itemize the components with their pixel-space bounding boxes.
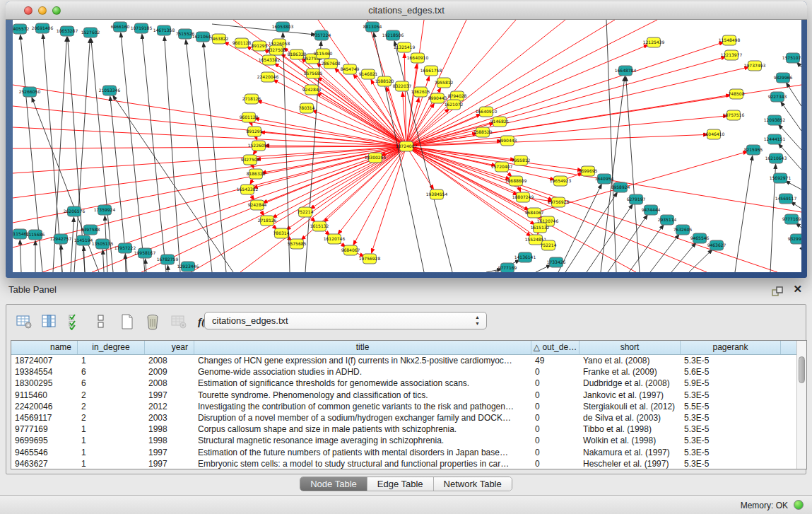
graph-node[interactable]: 7955812 — [512, 156, 531, 165]
graph-node[interactable]: 752214 — [541, 240, 557, 250]
graph-node[interactable]: 5575685 — [304, 69, 323, 78]
graph-node[interactable]: 11548498 — [719, 35, 741, 45]
graph-node[interactable]: 19756928 — [548, 197, 570, 207]
graph-node[interactable]: 12942757 — [50, 234, 72, 244]
graph-node[interactable]: 14569117 — [775, 194, 797, 204]
close-panel-icon[interactable]: ✕ — [793, 283, 802, 296]
graph-node[interactable]: 19654923 — [550, 176, 572, 186]
graph-node[interactable]: 7955812 — [435, 78, 454, 88]
graph-node[interactable]: 9329966 — [774, 73, 793, 83]
graph-node[interactable]: 12125439 — [643, 37, 665, 47]
table-select-dropdown[interactable]: citations_edges.txt ▲▼ — [204, 312, 487, 329]
graph-node[interactable]: 20691406 — [32, 23, 54, 33]
graph-node[interactable]: 1588520 — [375, 76, 394, 86]
tab-network-table[interactable]: Network Table — [434, 477, 512, 491]
graph-node[interactable]: 9777169 — [498, 263, 517, 272]
select-rows-icon[interactable] — [65, 310, 86, 332]
graph-node[interactable]: 12213977 — [721, 50, 743, 60]
vertical-scrollbar[interactable] — [796, 341, 806, 469]
new-table-icon[interactable] — [117, 310, 138, 332]
graph-node[interactable]: 2718126 — [242, 94, 261, 104]
graph-node[interactable]: 16648784 — [615, 66, 637, 76]
table-row[interactable]: 946554611997Estimation of the future num… — [11, 447, 796, 458]
graph-node[interactable]: 8322037 — [393, 81, 412, 91]
graph-node[interactable]: 16210643 — [765, 153, 787, 163]
graph-node[interactable]: 6279197 — [627, 194, 646, 204]
graph-node[interactable]: 19384554 — [426, 189, 448, 199]
graph-node[interactable]: 7632605 — [673, 225, 693, 235]
graph-node[interactable]: 891295 — [252, 41, 268, 51]
graph-node[interactable]: 7357224 — [312, 30, 331, 40]
table-row[interactable]: 1830029562008Estimation of significance … — [11, 378, 796, 389]
graph-node[interactable]: 21053346 — [99, 86, 121, 95]
graph-node[interactable]: 18300295 — [365, 153, 387, 163]
tab-edge-table[interactable]: Edge Table — [367, 477, 434, 491]
graph-node[interactable]: 16120746 — [324, 234, 346, 244]
graph-node[interactable]: 15720407 — [491, 162, 513, 172]
graph-node[interactable]: 8454749 — [341, 64, 360, 74]
graph-node[interactable]: 9601128 — [240, 112, 259, 122]
table-row[interactable]: 1872400712008Changes of HCN gene express… — [11, 355, 796, 366]
graph-node[interactable]: 13505135 — [92, 239, 114, 249]
table-row[interactable]: 969969511998Structural magnetic resonanc… — [11, 435, 796, 446]
graph-node[interactable]: 8215955 — [744, 145, 763, 155]
graph-node[interactable]: 16782759 — [157, 255, 179, 264]
table-row[interactable]: 1938455462009Genome-wide association stu… — [11, 366, 796, 378]
graph-node[interactable]: 2718126 — [258, 216, 277, 226]
graph-node[interactable]: 22420046 — [257, 72, 279, 82]
graph-node[interactable]: 9699695 — [579, 166, 598, 176]
graph-node[interactable]: 752214 — [298, 207, 314, 217]
graph-node[interactable]: 5575685 — [288, 239, 307, 249]
table-settings-icon[interactable] — [13, 310, 35, 332]
graph-node[interactable]: 10688609 — [505, 176, 527, 186]
column-header-in_degree[interactable]: in_degree — [78, 341, 145, 354]
graph-node[interactable]: 17359924 — [94, 205, 116, 215]
graph-node[interactable]: 9227343 — [768, 92, 787, 102]
graph-node[interactable]: 9115460 — [314, 49, 333, 59]
show-columns-icon[interactable] — [39, 310, 60, 332]
tab-node-table[interactable]: Node Table — [300, 477, 367, 491]
column-header-title[interactable]: title — [194, 341, 531, 354]
column-header-name[interactable]: name — [11, 341, 78, 354]
graph-node[interactable]: 1615132 — [310, 221, 329, 231]
graph-node[interactable]: 9146821 — [490, 117, 510, 127]
graph-node[interactable]: 18757516 — [723, 110, 745, 120]
graph-node[interactable]: 9327508 — [241, 155, 260, 165]
graph-node[interactable]: 780314 — [299, 103, 315, 113]
graph-node[interactable]: 19737493 — [744, 61, 766, 71]
graph-node[interactable]: 14136141 — [514, 252, 536, 262]
graph-node[interactable]: 2405572 — [13, 24, 30, 34]
graph-node[interactable]: 15226058 — [248, 141, 270, 151]
graph-node[interactable]: 18807249 — [512, 192, 534, 202]
graph-node[interactable]: 2935114 — [658, 215, 677, 225]
graph-node[interactable]: 9777169 — [782, 214, 801, 224]
table-row[interactable]: 2242004622012Investigating the contribut… — [11, 401, 796, 412]
network-canvas[interactable]: 2405572206914061065328715276026466160107… — [13, 20, 801, 272]
graph-node[interactable]: 25266050 — [19, 87, 41, 97]
graph-node[interactable]: 9327508 — [267, 45, 286, 55]
graph-node[interactable]: 14671358 — [153, 25, 175, 35]
graph-node[interactable]: 16046410 — [703, 129, 725, 139]
table-row[interactable]: 1456911722003Disruption of a novel membe… — [11, 412, 796, 424]
graph-node[interactable]: 16640910 — [407, 53, 429, 63]
graph-node[interactable]: 1145194 — [74, 235, 93, 245]
graph-node[interactable]: 16640910 — [476, 107, 498, 117]
graph-node[interactable]: 15751074 — [782, 53, 801, 63]
graph-node[interactable]: 19218506 — [382, 30, 404, 40]
graph-node[interactable]: 9990443 — [498, 136, 517, 146]
scrollbar-thumb[interactable] — [799, 356, 805, 383]
graph-node[interactable]: 9684067 — [341, 245, 360, 255]
graph-node[interactable]: 8958924 — [611, 182, 630, 192]
graph-node[interactable]: 9242844 — [248, 200, 267, 210]
column-header-pagerank[interactable]: pagerank — [681, 341, 781, 354]
graph-node[interactable]: 12444151 — [764, 134, 786, 144]
minimize-button[interactable] — [38, 6, 47, 15]
graph-node[interactable]: 10719185 — [131, 23, 153, 33]
graph-node[interactable]: 6466160 — [111, 22, 130, 32]
graph-node[interactable]: 15692971 — [770, 173, 792, 183]
graph-node[interactable]: 19756928 — [359, 254, 381, 264]
graph-node[interactable]: 2867608 — [322, 59, 341, 69]
graph-node[interactable]: 7463822 — [210, 34, 229, 44]
column-header-year[interactable]: year — [145, 341, 194, 354]
graph-node[interactable]: 10653287 — [57, 26, 78, 36]
